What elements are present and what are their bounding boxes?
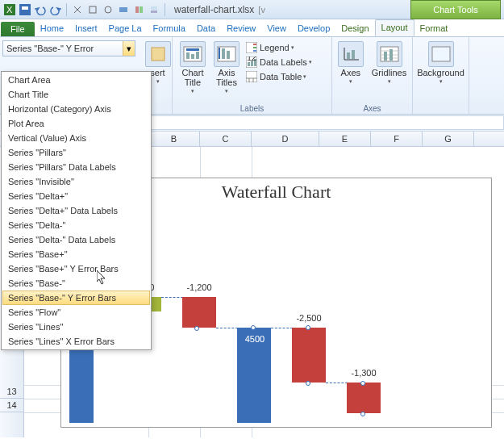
svg-rect-18 [222, 48, 225, 59]
svg-rect-20 [219, 48, 220, 59]
dropdown-item[interactable]: Series "Delta+" [2, 189, 150, 203]
insert-icon [145, 41, 171, 67]
axis-titles-button[interactable]: Axis Titles ▾ [210, 39, 244, 102]
tab-developer[interactable]: Develop [292, 21, 335, 36]
col-header[interactable]: D [252, 132, 319, 146]
svg-rect-43 [389, 49, 393, 61]
gridlines-button[interactable]: Gridlines ▾ [368, 39, 410, 87]
dropdown-item[interactable]: Chart Title [2, 87, 150, 102]
mouse-cursor [97, 270, 110, 288]
chevron-down-icon: ▾ [439, 78, 443, 85]
svg-rect-8 [140, 6, 143, 13]
dropdown-item[interactable]: Series "Lines" X Error Bars [2, 334, 150, 349]
axis-titles-icon [214, 41, 240, 67]
dropdown-item[interactable]: Series "Invisible" [2, 174, 150, 189]
chevron-down-icon: ▾ [291, 44, 294, 51]
tab-page-layout[interactable]: Page La [103, 21, 148, 36]
col-header[interactable]: C [200, 132, 252, 146]
dropdown-item[interactable]: Plot Area [2, 116, 150, 131]
dropdown-item[interactable]: Series "Delta-" Data Labels [2, 232, 150, 247]
legend-icon [245, 41, 258, 54]
svg-rect-15 [191, 54, 194, 59]
dropdown-item[interactable]: Series "Delta-" [2, 218, 150, 232]
svg-rect-44 [432, 47, 450, 61]
col-header[interactable]: E [319, 132, 371, 146]
dropdown-item[interactable]: Series "Delta+" Data Labels [2, 203, 150, 218]
tab-layout[interactable]: Layout [375, 19, 414, 36]
svg-rect-36 [347, 52, 350, 59]
row-header[interactable]: 14 [0, 399, 23, 412]
dropdown-item[interactable]: Series "Base+" [2, 247, 150, 261]
tab-file[interactable]: File [1, 22, 35, 36]
svg-rect-7 [135, 6, 139, 13]
chevron-down-icon[interactable]: ▾ [123, 41, 135, 56]
chart-title-icon [180, 41, 206, 67]
tab-home[interactable]: Home [35, 21, 69, 36]
svg-rect-30 [246, 71, 257, 82]
redo-icon[interactable] [49, 3, 62, 16]
qat-icon[interactable] [71, 3, 84, 16]
ribbon-tabs: File Home Insert Page La Formula Data Re… [0, 19, 504, 37]
selection-handle[interactable] [251, 325, 256, 330]
chart-element-dropdown[interactable]: Chart AreaChart TitleHorizontal (Categor… [1, 71, 152, 350]
data-label: -1,300 [339, 368, 388, 378]
dropdown-item[interactable]: Series "Base-" Y Error Bars [2, 291, 150, 305]
bar-delta-neg[interactable] [182, 297, 216, 328]
svg-rect-3 [22, 6, 28, 10]
qat-icon[interactable] [86, 3, 99, 16]
row-header[interactable]: 13 [0, 385, 23, 399]
qat-icon[interactable] [102, 3, 115, 16]
selection-handle[interactable] [306, 325, 310, 330]
tab-view[interactable]: View [261, 21, 292, 36]
formula-input[interactable] [95, 115, 504, 130]
tab-formulas[interactable]: Formula [148, 21, 191, 36]
selection-handle[interactable] [360, 412, 365, 416]
axes-icon [338, 41, 364, 67]
tab-review[interactable]: Review [221, 21, 261, 36]
svg-point-5 [105, 6, 111, 13]
svg-rect-42 [384, 52, 387, 61]
background-button[interactable]: Background ▾ [413, 39, 469, 87]
svg-rect-24 [253, 50, 256, 52]
dropdown-item[interactable]: Chart Area [2, 73, 150, 87]
dropdown-item[interactable]: Series "Flow" [2, 305, 150, 320]
dropdown-item[interactable]: Horizontal (Category) Axis [2, 102, 150, 116]
dropdown-item[interactable]: Series "Pillars" [2, 145, 150, 160]
axes-button[interactable]: Axes ▾ [334, 39, 368, 87]
tab-data[interactable]: Data [191, 21, 221, 36]
svg-rect-13 [186, 48, 199, 51]
svg-rect-22 [253, 44, 256, 45]
bar-delta-neg[interactable] [292, 328, 326, 383]
dropdown-item[interactable]: Vertical (Value) Axis [2, 131, 150, 145]
data-label: -2,500 [285, 313, 333, 323]
dropdown-item[interactable]: Series "Base-" [2, 276, 150, 291]
svg-rect-14 [186, 52, 190, 59]
data-labels-icon: 12 [245, 56, 258, 69]
tab-insert[interactable]: Insert [69, 21, 103, 36]
save-icon[interactable] [19, 3, 31, 16]
dropdown-item[interactable]: Series "Pillars" Data Labels [2, 160, 150, 174]
selection-handle[interactable] [194, 326, 199, 331]
qat-icon[interactable] [148, 3, 160, 16]
dropdown-item[interactable]: Series "Base+" Y Error Bars [2, 261, 150, 276]
qat-icon[interactable] [132, 3, 145, 16]
undo-icon[interactable] [34, 3, 47, 16]
legend-button[interactable]: Legend▾ [244, 40, 314, 55]
selection-handle[interactable] [306, 381, 310, 386]
tab-design[interactable]: Design [335, 21, 374, 36]
qat-icon[interactable] [117, 3, 130, 16]
svg-rect-4 [90, 6, 96, 13]
dropdown-item[interactable]: Series "Lines" [2, 320, 150, 334]
data-labels-button[interactable]: 12Data Labels▾ [244, 55, 314, 69]
tab-format[interactable]: Format [414, 21, 454, 36]
selection-handle[interactable] [360, 381, 365, 386]
chevron-down-icon: ▾ [309, 59, 312, 65]
chart-element-selector[interactable]: Series "Base-" Y Error ▾ [2, 40, 135, 56]
data-table-button[interactable]: Data Table▾ [244, 69, 314, 84]
col-header[interactable]: F [371, 132, 423, 146]
chart-title-button[interactable]: Chart Title ▾ [176, 39, 210, 102]
chevron-down-icon: ▾ [303, 73, 306, 80]
bar-delta-neg[interactable] [347, 383, 381, 413]
col-header[interactable]: B [148, 132, 200, 146]
col-header[interactable]: G [423, 132, 474, 146]
